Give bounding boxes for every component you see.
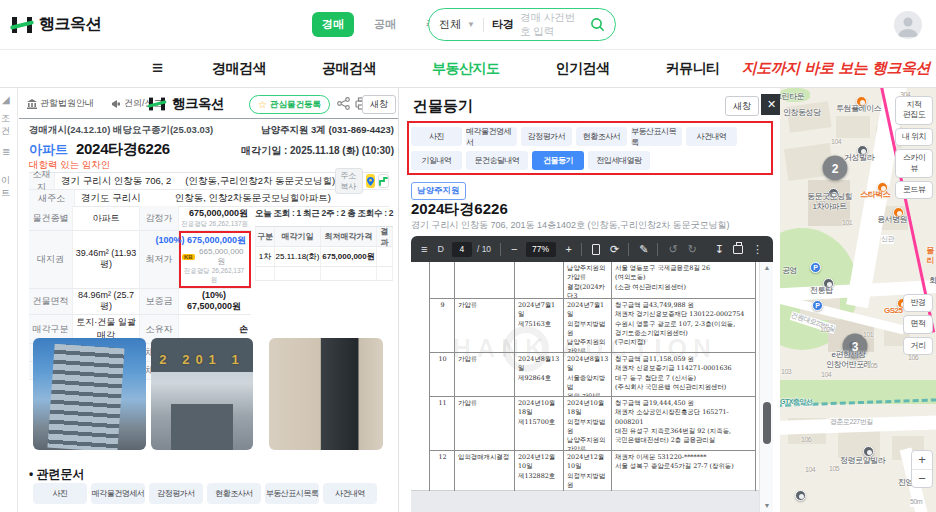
doc-button-현황조사서[interactable]: 현황조사서 xyxy=(207,483,261,504)
map-control-로드뷰[interactable]: 로드뷰 xyxy=(895,181,933,199)
pdf-document[interactable]: HANK AUCTION 남양주지원의 가압류 결정(2024카단3 66)서울… xyxy=(411,262,759,512)
nav-item-경매검색[interactable]: 경매검색 xyxy=(212,60,266,78)
pdf-print-icon[interactable] xyxy=(733,245,743,254)
naver-map-icon[interactable] xyxy=(378,174,389,188)
address-row: 소재지 경기 구리시 인창동 706, 2 (인창동,구리인창2차 동문굿모닝힐… xyxy=(29,173,389,190)
map-label: 그린타운 xyxy=(780,92,804,102)
scroll-down-icon[interactable]: ▼ xyxy=(760,500,774,512)
scrollbar-thumb[interactable] xyxy=(763,402,771,444)
court-guide-link[interactable]: 관할법원안내 xyxy=(27,97,94,110)
detail-price: 손 xyxy=(239,323,248,336)
modal-tab-부동산표시목록[interactable]: 부동산표시목록 xyxy=(631,127,682,146)
detail-value: 아파트 xyxy=(73,206,139,230)
doc-button-매각물건명세서[interactable]: 매각물건명세서 xyxy=(91,483,145,504)
pdf-zoom-input[interactable]: 77% xyxy=(526,242,556,257)
map-label: 103 xyxy=(781,368,791,377)
map-panel[interactable]: PP23그린타운인창동성당투썸플레이스304306104거성빌라102스타벅스동… xyxy=(780,88,936,512)
nav-item-인기검색[interactable]: 인기검색 xyxy=(556,60,610,78)
search-tab-경매[interactable]: 경매 xyxy=(312,12,354,37)
pdf-menu-icon[interactable]: ≡ xyxy=(421,244,427,255)
modal-tab-사진[interactable]: 사진 xyxy=(411,127,462,146)
registry-reason: 2024년7월1일 의정부지방법원 남양주지원의 가압류 결정(2024카단2 … xyxy=(564,299,612,352)
map-label: 101 xyxy=(842,219,852,228)
modal-tab-현황조사서[interactable]: 현황조사서 xyxy=(576,127,627,146)
case-title: 아파트 2024타경6226 xyxy=(29,140,170,159)
search-icon[interactable] xyxy=(590,17,605,32)
undo-icon[interactable]: ↺ xyxy=(668,244,677,255)
modal-tab-감정평가서[interactable]: 감정평가서 xyxy=(521,127,572,146)
map-label: 104 xyxy=(805,466,815,475)
panel-logo: 행크옥션 xyxy=(147,95,224,113)
nav-item-부동산지도[interactable]: 부동산지도 xyxy=(432,60,500,78)
search-bar[interactable]: 전체 ▼ 타경 경매 사건번호 입력 xyxy=(428,8,616,41)
favorite-button[interactable]: ☆ 관심물건등록 xyxy=(249,95,330,114)
schedule-rows: 1차25.11.18(화)675,000,000원 xyxy=(255,247,393,281)
scroll-up-icon[interactable]: ▲ xyxy=(760,262,774,274)
map-control-내위치[interactable]: 내 위치 xyxy=(895,128,933,146)
divider xyxy=(657,243,658,256)
lowest-price-link[interactable]: (100%) 675,000,000원 xyxy=(155,234,246,247)
zoom-in-icon[interactable]: + xyxy=(566,244,572,255)
map-measure-면적[interactable]: 면적 xyxy=(903,315,933,333)
property-type: 아파트 xyxy=(29,141,68,159)
copy-address-button[interactable]: 주소복사 xyxy=(335,168,363,194)
modal-tab-건물등기[interactable]: 건물등기 xyxy=(532,151,584,170)
photo-entrance[interactable]: 2 201 1 xyxy=(151,338,253,450)
pdf-page-total: / 10 xyxy=(477,244,491,254)
chevron-down-icon: ▼ xyxy=(467,20,475,29)
share-icon[interactable] xyxy=(337,97,350,110)
detail-value-2: (100%) 675,000,000원KB665,000,000원전용평당 26… xyxy=(179,231,251,288)
nav-item-공매검색[interactable]: 공매검색 xyxy=(322,60,376,78)
registry-detail: 청구금액 금11,158,059 원 채권자 신용보증기금 114271-000… xyxy=(612,353,755,396)
close-icon[interactable]: ✕ xyxy=(761,94,782,115)
doc-button-사진[interactable]: 사진 xyxy=(33,483,87,504)
redo-icon[interactable]: ↻ xyxy=(688,244,697,255)
building-registry-modal: 건물등기 새창 ✕ 사진매각물건명세서감정평가서현황조사서부동산표시목록사건내역… xyxy=(398,88,780,512)
menu-icon[interactable]: ≡ xyxy=(152,57,163,79)
map-control-스카이뷰[interactable]: 스카이 뷰 xyxy=(895,149,933,178)
modal-new-window-button[interactable]: 새창 xyxy=(725,96,759,116)
detail-label-2: 보증금 xyxy=(139,289,179,314)
download-icon[interactable]: ↧ xyxy=(715,243,724,256)
zoom-out-icon[interactable]: − xyxy=(511,244,517,255)
new-address-label: 새주소 xyxy=(29,190,75,206)
search-tab-공매[interactable]: 공매 xyxy=(364,12,406,37)
registry-row: 11가압류2024년10월18일 제115700호2024년10월18일 의정부… xyxy=(430,397,755,451)
rotate-icon[interactable]: ⟳ xyxy=(610,244,619,255)
registry-row: 9가압류2024년7월1일 제75163호2024년7월1일 의정부지방법원 남… xyxy=(430,299,755,353)
logo[interactable]: 행크옥션 xyxy=(12,14,101,35)
map-zoom-out-button[interactable]: − xyxy=(912,469,932,487)
modal-tab-전입세대열람[interactable]: 전입세대열람 xyxy=(588,151,650,170)
doc-button-사건내역[interactable]: 사건내역 xyxy=(323,483,377,504)
pdf-scrollbar[interactable]: ▲ ▼ xyxy=(759,262,773,512)
registry-no: 11 xyxy=(430,397,455,450)
kakao-map-icon[interactable] xyxy=(366,174,375,188)
search-input[interactable]: 경매 사건번호 입력 xyxy=(520,11,584,39)
doc-button-감정평가서[interactable]: 감정평가서 xyxy=(149,483,203,504)
map-control-지적편집도[interactable]: 지적 편집도 xyxy=(895,96,933,125)
annotate-pen-icon[interactable]: ✎ xyxy=(639,244,648,255)
new-window-button[interactable]: 새창 xyxy=(362,95,396,114)
modal-tab-사건내역[interactable]: 사건내역 xyxy=(686,127,737,146)
court-badge: 남양주지원 xyxy=(411,182,466,200)
panel-logo-text: 행크옥션 xyxy=(172,95,224,113)
pdf-page-input[interactable]: 4 xyxy=(452,242,472,257)
fit-page-icon[interactable] xyxy=(592,244,600,255)
nav-item-커뮤니티[interactable]: 커뮤니티 xyxy=(666,60,720,78)
photo-building-exterior[interactable] xyxy=(33,338,146,450)
map-measure-거리[interactable]: 거리 xyxy=(903,337,933,355)
more-options-icon[interactable]: ⋮ xyxy=(752,243,763,256)
map-measure-반경[interactable]: 반경 xyxy=(903,294,933,312)
registry-purpose xyxy=(455,262,515,298)
detail-value-2: 675,000,000원전용평당 26,262,137원 xyxy=(179,206,251,230)
search-category-select[interactable]: 전체 xyxy=(439,17,461,32)
doc-button-부동산표시목록[interactable]: 부동산표시목록 xyxy=(265,483,319,504)
modal-tab-기일내역[interactable]: 기일내역 xyxy=(411,151,462,170)
kb-badge: KB xyxy=(182,254,195,260)
map-zoom-in-button[interactable]: + xyxy=(912,451,932,469)
photo-front-door[interactable] xyxy=(269,338,383,450)
modal-tab-매각물건명세서[interactable]: 매각물건명세서 xyxy=(466,127,517,146)
user-avatar[interactable] xyxy=(894,11,922,39)
detail-label: 물건종별 xyxy=(29,206,73,230)
modal-tab-문건송달내역[interactable]: 문건송달내역 xyxy=(466,151,528,170)
